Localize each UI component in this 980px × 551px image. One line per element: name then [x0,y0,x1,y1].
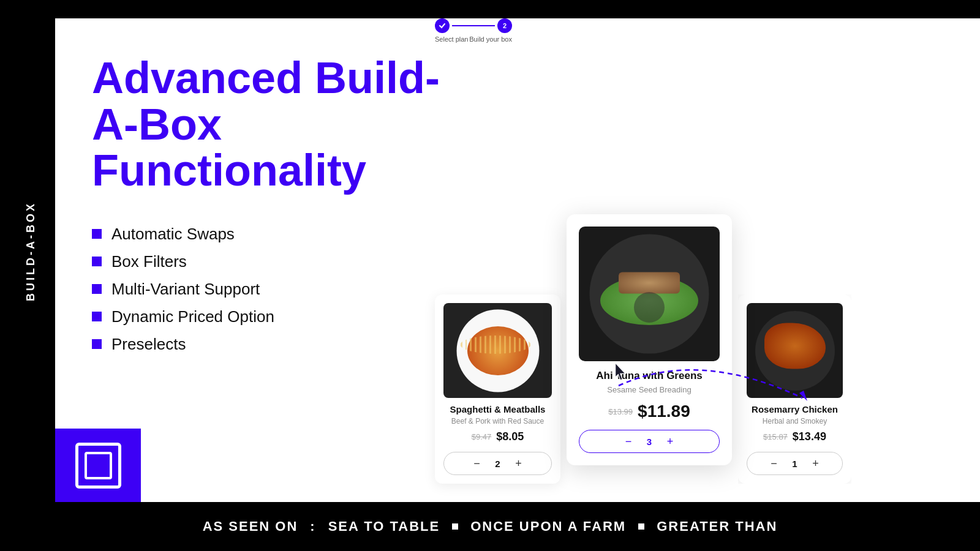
page-title: Advanced Build-A-Box Functionality [92,55,459,194]
card1-subtitle: Beef & Pork with Red Sauce [443,417,552,425]
card1-name: Spaghetti & Meatballs [443,404,552,414]
bottom-bar: AS SEEN ON : SEA TO TABLE ONCE UPON A FA… [0,502,980,551]
card3-price-old: $15.87 [763,432,788,441]
card3-stepper[interactable]: − 1 + [747,452,843,475]
logo-box [55,429,141,502]
card3-subtitle: Herbal and Smokey [747,417,843,425]
card2-increment-button[interactable]: + [658,430,682,453]
dot-separator-1 [452,523,458,530]
card2-subtitle: Sesame Seed Breading [579,385,720,394]
card1-quantity: 2 [489,459,507,469]
card3-quantity: 1 [786,459,804,469]
card1-pricing: $9.47 $8.05 [443,430,552,443]
sidebar-text: BUILD-A-BOX [24,201,37,301]
sidebar-vertical-label: BUILD-A-BOX [6,0,55,502]
cards-panel: Spaghetti & Meatballs Beef & Pork with R… [429,18,980,502]
spaghetti-image [443,303,552,398]
card2-stepper[interactable]: − 3 + [579,430,720,453]
logo-inner-square [85,452,112,479]
brand1-label: SEA TO TABLE [328,519,440,534]
step-2-label: Build your box [469,36,512,43]
bullet-icon [92,284,102,294]
card3-decrement-button[interactable]: − [763,452,786,475]
card3-pricing: $15.87 $13.49 [747,430,843,443]
chicken-image [747,303,843,398]
brand2-label: ONCE UPON A FARM [470,519,626,534]
card1-price-new: $8.05 [496,430,524,443]
bullet-icon [92,339,102,349]
card3-increment-button[interactable]: + [804,452,827,475]
dot-separator-2 [638,523,644,530]
card1-increment-button[interactable]: + [507,452,530,475]
colon-separator: : [310,519,315,534]
card-chicken: Rosemarry Chicken Herbal and Smokey $15.… [738,294,851,484]
card3-price-new: $13.49 [793,430,826,443]
card1-stepper[interactable]: − 2 + [443,452,552,475]
tuna-image [579,227,720,361]
card2-price-new: $11.89 [638,402,690,421]
card2-price-old: $13.99 [608,407,633,416]
step-connector [452,25,495,26]
bullet-icon [92,229,102,239]
bullet-icon [92,257,102,266]
bullet-icon [92,312,102,321]
step-2-indicator: 2 [497,18,512,33]
card2-decrement-button[interactable]: − [617,430,640,453]
card-tuna: Ahi Tuna with Greens Sesame Seed Breadin… [567,214,732,465]
bottom-bar-content: AS SEEN ON : SEA TO TABLE ONCE UPON A FA… [203,519,778,534]
card1-decrement-button[interactable]: − [466,452,489,475]
as-seen-on-label: AS SEEN ON [203,519,298,534]
card1-price-old: $9.47 [472,432,492,441]
step-1-label: Select plan [435,36,468,43]
card-spaghetti: Spaghetti & Meatballs Beef & Pork with R… [435,294,560,484]
step-1-indicator [435,18,450,33]
card2-pricing: $13.99 $11.89 [579,402,720,421]
card2-quantity: 3 [640,437,658,447]
brand3-label: GREATER THAN [657,519,777,534]
card2-name: Ahi Tuna with Greens [579,370,720,382]
card3-name: Rosemarry Chicken [747,404,843,414]
step-flow: 2 Select plan Build your box [435,18,512,43]
logo-icon [75,443,121,489]
